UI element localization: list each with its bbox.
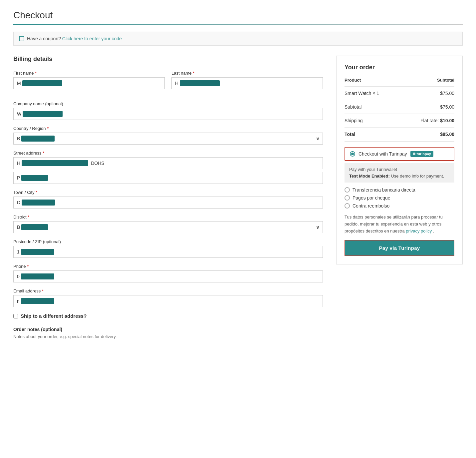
company-label: Company name (optional) <box>13 101 323 106</box>
street-label: Street address * <box>13 151 323 156</box>
coupon-text: Have a coupon? Click here to enter your … <box>27 36 122 41</box>
turinpay-radio[interactable] <box>350 151 355 157</box>
email-group: Email address * n <box>13 288 323 307</box>
district-group: District * B ∨ <box>13 215 323 233</box>
order-notes-hint: Notes about your order, e.g. special not… <box>13 334 323 339</box>
bancaria-radio[interactable] <box>345 187 350 193</box>
city-group: Town / City * D <box>13 190 323 209</box>
phone-group: Phone * 0 <box>13 264 323 282</box>
first-name-input[interactable]: M <box>13 77 165 89</box>
col-product: Product <box>345 78 400 86</box>
privacy-policy-link[interactable]: privacy policy <box>406 229 432 233</box>
last-name-input[interactable]: H <box>171 77 323 89</box>
coupon-bar: Have a coupon? Click here to enter your … <box>13 32 463 46</box>
table-row: Subtotal $75.00 <box>345 100 454 114</box>
last-name-group: Last name * H <box>171 71 323 89</box>
top-divider <box>13 24 463 25</box>
product-name: Smart Watch × 1 <box>345 86 400 100</box>
page-title: Checkout <box>13 10 463 21</box>
turinpay-logo: turinpay <box>410 151 433 157</box>
company-group: Company name (optional) W <box>13 101 323 120</box>
reembolso-option[interactable]: Contra reembolso <box>345 203 454 209</box>
ship-different-group: Ship to a different address? <box>13 313 323 319</box>
order-table: Product Subtotal Smart Watch × 1 $75.00 … <box>345 78 454 142</box>
cheque-radio[interactable] <box>345 195 350 201</box>
turinpay-label: Checkout with Turinpay <box>358 151 407 157</box>
main-layout: Billing details First name * M Last name… <box>13 56 463 339</box>
reembolso-radio[interactable] <box>345 203 350 209</box>
bancaria-label: Transferencia bancaria directa <box>353 187 415 193</box>
ship-different-label: Ship to a different address? <box>21 313 87 319</box>
phone-input[interactable]: 0 <box>13 270 323 282</box>
country-group: Country / Region * B ∨ <box>13 126 323 145</box>
email-label: Email address * <box>13 288 323 293</box>
phone-label: Phone * <box>13 264 323 269</box>
turinpay-logo-dot <box>413 153 415 155</box>
street-input[interactable]: H DOHS <box>13 157 323 169</box>
privacy-text: Tus datos personales se utilizarán para … <box>345 214 454 234</box>
last-name-label: Last name * <box>171 71 323 76</box>
email-input[interactable]: n <box>13 295 323 307</box>
bancaria-option[interactable]: Transferencia bancaria directa <box>345 187 454 193</box>
city-label: Town / City * <box>13 190 323 195</box>
cheque-option[interactable]: Pagos por cheque <box>345 195 454 201</box>
pay-button[interactable]: Pay via Turinpay <box>345 240 454 256</box>
coupon-icon <box>19 36 24 41</box>
district-label: District * <box>13 215 323 220</box>
order-title: Your order <box>345 64 454 71</box>
table-row: Shipping Flat rate: $10.00 <box>345 114 454 128</box>
coupon-link[interactable]: Click here to enter your code <box>62 36 122 41</box>
product-price: $75.00 <box>400 86 454 100</box>
table-row: Smart Watch × 1 $75.00 <box>345 86 454 100</box>
chevron-down-icon: ∨ <box>316 136 319 141</box>
billing-title: Billing details <box>13 56 323 63</box>
order-notes-label: Order notes (optional) <box>13 327 323 332</box>
subtotal-label: Subtotal <box>345 100 400 114</box>
col-subtotal: Subtotal <box>400 78 454 86</box>
postcode-label: Postcode / ZIP (optional) <box>13 239 323 244</box>
shipping-label: Shipping <box>345 114 400 128</box>
billing-section: Billing details First name * M Last name… <box>13 56 323 339</box>
cheque-label: Pagos por cheque <box>353 195 390 201</box>
name-row: First name * M Last name * H <box>13 71 323 95</box>
ship-different-checkbox[interactable] <box>13 314 18 318</box>
country-select[interactable]: B ∨ <box>13 133 323 145</box>
company-input[interactable]: W <box>13 108 323 120</box>
reembolso-label: Contra reembolso <box>353 203 389 209</box>
district-select-wrapper: B ∨ <box>13 221 323 233</box>
payment-info-line1: Pay with your Turinwallet <box>349 166 450 173</box>
total-price: $85.00 <box>400 128 454 142</box>
payment-info-line2: Test Mode Enabled: Use demo info for pay… <box>349 173 450 180</box>
city-input[interactable]: D <box>13 197 323 209</box>
country-select-wrapper: B ∨ <box>13 133 323 145</box>
first-name-group: First name * M <box>13 71 165 89</box>
subtotal-price: $75.00 <box>400 100 454 114</box>
total-row: Total $85.00 <box>345 128 454 142</box>
country-label: Country / Region * <box>13 126 323 131</box>
postcode-group: Postcode / ZIP (optional) 1 <box>13 239 323 258</box>
order-notes-group: Order notes (optional) Notes about your … <box>13 327 323 339</box>
district-select[interactable]: B ∨ <box>13 221 323 233</box>
order-section: Your order Product Subtotal Smart Watch … <box>336 56 463 264</box>
chevron-down-icon: ∨ <box>316 225 319 230</box>
shipping-price: Flat rate: $10.00 <box>400 114 454 128</box>
postcode-input[interactable]: 1 <box>13 246 323 258</box>
turinpay-option[interactable]: Checkout with Turinpay turinpay <box>345 147 454 161</box>
first-name-label: First name * <box>13 71 165 76</box>
payment-info-box: Pay with your Turinwallet Test Mode Enab… <box>345 163 454 183</box>
street2-input[interactable]: P <box>13 172 323 184</box>
total-label: Total <box>345 128 400 142</box>
street-group: Street address * H DOHS P <box>13 151 323 184</box>
